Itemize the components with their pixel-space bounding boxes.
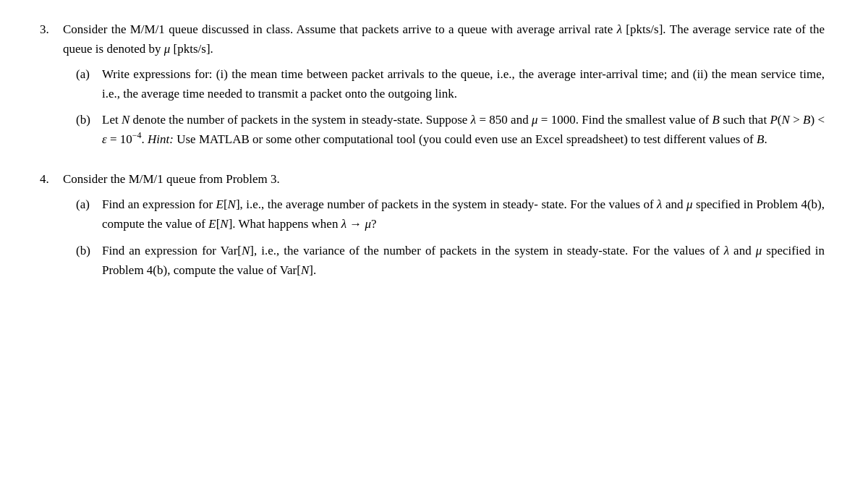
problem-4-part-a-content: Find an expression for E[N], i.e., the a… bbox=[102, 195, 825, 234]
problem-list: 3. Consider the M/M/1 queue discussed in… bbox=[40, 20, 825, 287]
problem-3-part-a: (a) Write expressions for: (i) the mean … bbox=[76, 65, 825, 104]
problem-3-part-b-label: (b) bbox=[76, 111, 102, 150]
problem-3-part-a-label: (a) bbox=[76, 65, 102, 104]
problem-4-part-b: (b) Find an expression for Var[N], i.e.,… bbox=[76, 242, 825, 281]
problem-3-number: 3. bbox=[40, 20, 63, 157]
problem-4-intro: Consider the M/M/1 queue from Problem 3. bbox=[63, 170, 825, 189]
problem-3-part-b-content: Let N denote the number of packets in th… bbox=[102, 111, 825, 150]
problem-4-part-b-label: (b) bbox=[76, 242, 102, 281]
problem-4-number: 4. bbox=[40, 170, 63, 287]
problem-3-content: Consider the M/M/1 queue discussed in cl… bbox=[63, 20, 825, 157]
problem-4-part-a-label: (a) bbox=[76, 195, 102, 234]
problem-4: 4. Consider the M/M/1 queue from Problem… bbox=[40, 170, 825, 287]
problem-3-part-b: (b) Let N denote the number of packets i… bbox=[76, 111, 825, 150]
problem-4-content: Consider the M/M/1 queue from Problem 3.… bbox=[63, 170, 825, 287]
problem-3: 3. Consider the M/M/1 queue discussed in… bbox=[40, 20, 825, 157]
problem-4-part-a: (a) Find an expression for E[N], i.e., t… bbox=[76, 195, 825, 234]
problem-3-parts: (a) Write expressions for: (i) the mean … bbox=[63, 65, 825, 150]
problem-4-part-b-content: Find an expression for Var[N], i.e., the… bbox=[102, 242, 825, 281]
problem-3-part-a-content: Write expressions for: (i) the mean time… bbox=[102, 65, 825, 104]
problem-4-parts: (a) Find an expression for E[N], i.e., t… bbox=[63, 195, 825, 280]
problem-3-intro: Consider the M/M/1 queue discussed in cl… bbox=[63, 20, 825, 59]
